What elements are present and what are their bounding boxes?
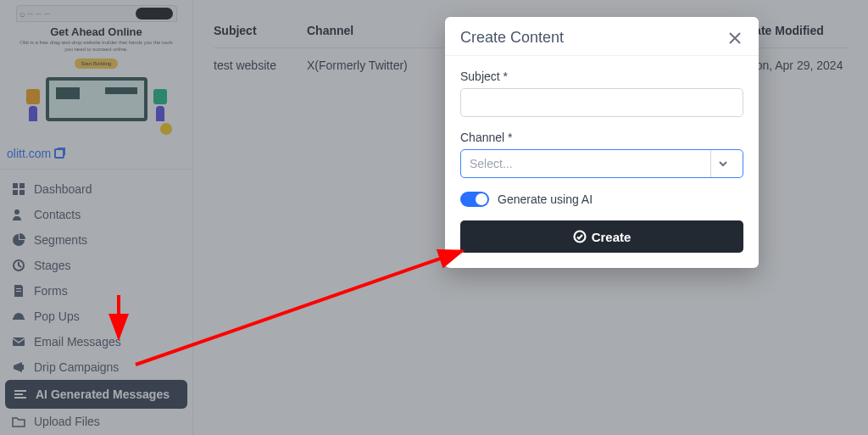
subject-label: Subject * [460, 70, 743, 83]
generate-ai-toggle[interactable] [460, 192, 489, 207]
channel-placeholder: Select... [470, 157, 513, 170]
generate-ai-label: Generate using AI [498, 192, 593, 206]
check-circle-icon [573, 230, 587, 243]
subject-input[interactable] [460, 88, 743, 117]
channel-select[interactable]: Select... [460, 149, 743, 178]
chevron-down-icon [710, 150, 734, 177]
create-content-modal: Create Content Subject * Channel * Selec… [445, 17, 759, 268]
create-button-label: Create [592, 230, 632, 244]
create-button[interactable]: Create [460, 220, 743, 253]
channel-label: Channel * [460, 131, 743, 144]
close-icon[interactable] [726, 30, 743, 47]
modal-title: Create Content [460, 29, 564, 47]
